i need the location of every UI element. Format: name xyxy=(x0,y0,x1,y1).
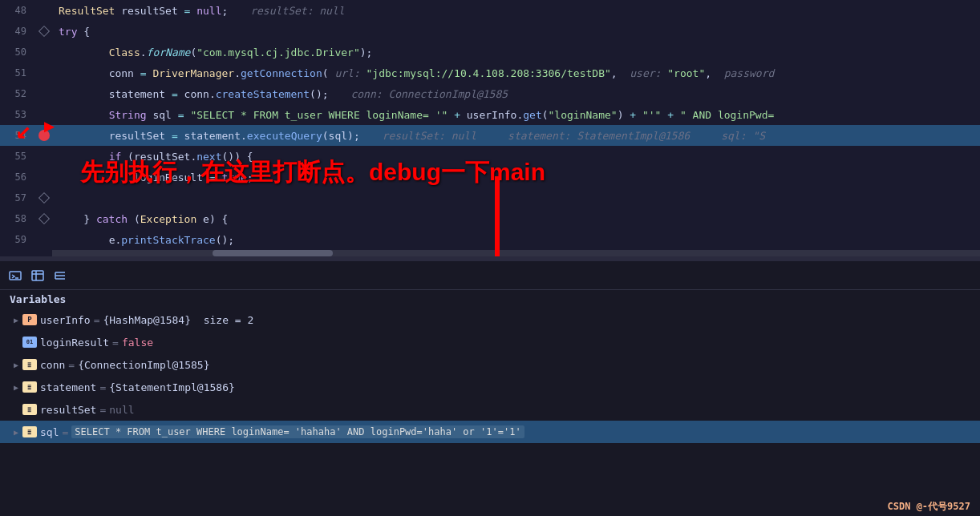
expand-statement[interactable]: ▶ xyxy=(10,383,22,392)
var-icon-conn: ≣ xyxy=(22,359,37,370)
debug-panel: Variables ▶ P userInfo = {HashMap@1584} … xyxy=(0,261,980,516)
line-num-59: 59 xyxy=(0,234,36,245)
var-value-statement: {StatementImpl@1586} xyxy=(109,381,235,393)
line-num-55: 55 xyxy=(0,151,36,162)
line-num-49: 49 xyxy=(0,26,36,37)
var-value-loginResult: false xyxy=(122,337,153,349)
var-eq-statement: = xyxy=(99,381,106,393)
code-line-51: 51 conn = DriverManager.getConnection( u… xyxy=(0,62,980,83)
line-num-50: 50 xyxy=(0,46,36,58)
variables-panel: Variables ▶ P userInfo = {HashMap@1584} … xyxy=(0,290,980,516)
var-eq-conn: = xyxy=(68,359,75,371)
diamond-58 xyxy=(38,213,50,224)
svg-rect-4 xyxy=(32,271,43,280)
line-num-56: 56 xyxy=(0,171,36,183)
var-item-userInfo[interactable]: ▶ P userInfo = {HashMap@1584} size = 2 xyxy=(0,308,980,331)
var-value-sql: SELECT * FROM t_user WHERE loginName= 'h… xyxy=(71,425,524,438)
code-line-52: 52 statement = conn.createStatement(); c… xyxy=(0,83,980,104)
var-name-sql: sql xyxy=(40,426,59,438)
var-eq-userInfo: = xyxy=(94,314,100,326)
expand-sql[interactable]: ▶ xyxy=(10,428,22,437)
expand-userInfo[interactable]: ▶ xyxy=(10,316,22,325)
diamond-57 xyxy=(38,192,50,204)
gutter-58 xyxy=(36,215,52,223)
scrollbar-thumb[interactable] xyxy=(213,250,333,256)
var-eq-sql: = xyxy=(62,426,68,438)
var-value-userInfo: {HashMap@1584} size = 2 xyxy=(103,314,253,326)
var-eq-loginResult: = xyxy=(112,337,119,349)
debug-btn-console[interactable] xyxy=(6,267,24,284)
code-content-55: if (resultSet.next()) { xyxy=(52,151,980,163)
var-item-conn[interactable]: ▶ ≣ conn = {ConnectionImpl@1585} xyxy=(0,353,980,376)
line-num-52: 52 xyxy=(0,88,36,99)
var-value-resultSet: null xyxy=(109,404,134,416)
breakpoint-54[interactable] xyxy=(38,130,50,141)
var-item-statement[interactable]: ▶ ≣ statement = {StatementImpl@1586} xyxy=(0,376,980,398)
line-num-53: 53 xyxy=(0,109,36,120)
editor-scrollbar[interactable] xyxy=(52,250,980,256)
code-line-49: 49 try { xyxy=(0,21,980,42)
debug-toolbar xyxy=(0,261,980,290)
code-content-50: Class.forName("com.mysql.cj.jdbc.Driver"… xyxy=(52,46,980,58)
code-line-50: 50 Class.forName("com.mysql.cj.jdbc.Driv… xyxy=(0,42,980,62)
code-content-48: ResultSet resultSet = null; resultSet: n… xyxy=(52,5,980,17)
var-name-resultSet: resultSet xyxy=(40,404,96,416)
code-line-56: 56 loginResult = true; xyxy=(0,167,980,187)
var-item-sql[interactable]: ▶ ≣ sql = SELECT * FROM t_user WHERE log… xyxy=(0,421,980,443)
code-line-54: 54 resultSet = statement.executeQuery(sq… xyxy=(0,125,980,146)
var-icon-userInfo: P xyxy=(22,314,37,325)
code-line-53: 53 String sql = "SELECT * FROM t_user WH… xyxy=(0,104,980,125)
expand-conn[interactable]: ▶ xyxy=(10,361,22,369)
code-line-55: 55 if (resultSet.next()) { xyxy=(0,146,980,167)
code-content-49: try { xyxy=(52,26,980,38)
var-icon-loginResult: 01 xyxy=(22,337,37,348)
code-content-59: e.printStackTrace(); xyxy=(52,234,980,246)
line-num-48: 48 xyxy=(0,5,36,16)
var-value-conn: {ConnectionImpl@1585} xyxy=(78,359,209,371)
code-line-57: 57 xyxy=(0,187,980,208)
code-content-53: String sql = "SELECT * FROM t_user WHERE… xyxy=(52,109,980,121)
code-content-54: resultSet = statement.executeQuery(sql);… xyxy=(52,130,980,142)
gutter-49 xyxy=(36,27,52,35)
var-icon-sql: ≣ xyxy=(22,426,37,437)
editor-area: 48 ResultSet resultSet = null; resultSet… xyxy=(0,0,980,256)
debug-btn-table[interactable] xyxy=(29,267,47,284)
var-item-loginResult[interactable]: 01 loginResult = false xyxy=(0,331,980,353)
line-num-51: 51 xyxy=(0,67,36,79)
var-name-loginResult: loginResult xyxy=(40,337,109,349)
debug-btn-list[interactable] xyxy=(51,267,69,284)
var-name-userInfo: userInfo xyxy=(40,314,91,326)
code-line-59: 59 e.printStackTrace(); xyxy=(0,229,980,250)
code-line-48: 48 ResultSet resultSet = null; resultSet… xyxy=(0,0,980,21)
var-icon-resultSet: ≣ xyxy=(22,404,37,415)
var-icon-statement: ≣ xyxy=(22,381,37,393)
code-content-51: conn = DriverManager.getConnection( url:… xyxy=(52,67,980,79)
code-content-52: statement = conn.createStatement(); conn… xyxy=(52,88,980,100)
var-eq-resultSet: = xyxy=(99,404,106,416)
diamond-49 xyxy=(38,26,50,37)
gutter-57 xyxy=(36,194,52,202)
line-num-57: 57 xyxy=(0,192,36,204)
code-lines: 48 ResultSet resultSet = null; resultSet… xyxy=(0,0,980,250)
var-name-statement: statement xyxy=(40,381,96,393)
variables-header: Variables xyxy=(0,290,980,308)
line-num-54: 54 xyxy=(0,130,36,141)
code-content-56: loginResult = true; xyxy=(52,171,980,183)
csdn-label: CSDN @-代号9527 xyxy=(888,500,970,514)
gutter-54 xyxy=(36,130,52,141)
var-item-resultSet[interactable]: ≣ resultSet = null xyxy=(0,398,980,421)
code-content-58: } catch (Exception e) { xyxy=(52,213,980,225)
var-name-conn: conn xyxy=(40,359,65,371)
status-bar: CSDN @-代号9527 xyxy=(878,497,980,516)
line-num-58: 58 xyxy=(0,213,36,224)
code-line-58: 58 } catch (Exception e) { xyxy=(0,208,980,229)
